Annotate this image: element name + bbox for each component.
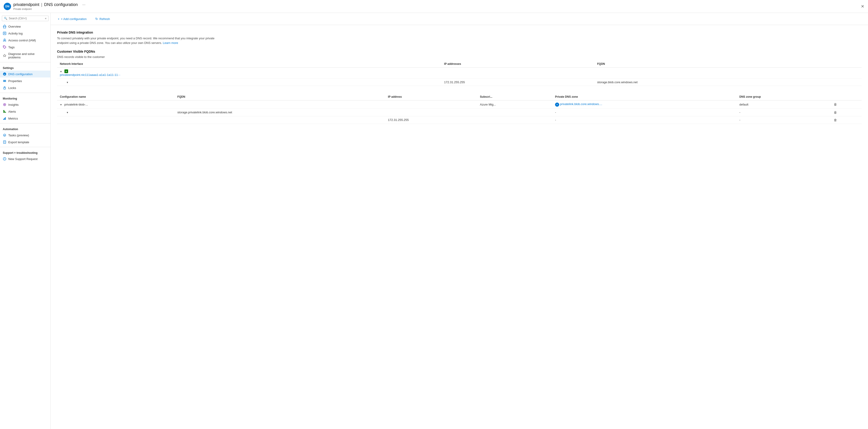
customer-fqdns-table: Network Interface IP addresses FQDN ▼ N [57,61,862,86]
sidebar-item-dns-configuration[interactable]: D DNS configuration [0,71,51,77]
sidebar-item-metrics[interactable]: Metrics [0,115,51,122]
nic-fqdn-parent [594,68,862,78]
content-body: Private DNS integration To connect priva… [51,25,868,129]
private-dns-title: Private DNS integration [57,31,862,34]
sidebar-item-overview[interactable]: Overview [0,23,51,30]
monitoring-section-label: Monitoring [0,94,51,101]
customer-fqdns-subtitle: DNS records visible to the customer [57,55,862,59]
svg-rect-0 [3,27,6,28]
config-subscription-grandchild [477,116,552,124]
search-input[interactable] [9,17,43,20]
col-dns-zone-group: DNS zone group [737,93,831,100]
content-area: + + Add configuration ↻ Refresh Private … [51,13,868,429]
config-name-parent: ▼ privatelink-blob-... [57,100,175,109]
sidebar-label-metrics: Metrics [8,117,18,120]
sidebar-item-tasks[interactable]: Tasks (preview) [0,132,51,139]
sidebar-label-locks: Locks [8,86,16,90]
table-row: ▼ storage.privatelink.blob.core.windows.… [57,108,862,116]
avatar: DN [4,3,11,10]
sidebar-item-tags[interactable]: Tags [0,44,51,51]
nic-ip-parent [441,68,594,78]
table-row[interactable]: ▼ privatelink-blob-... Azure Mig... ● pr… [57,100,862,109]
svg-point-23 [3,134,6,136]
close-button[interactable]: ✕ [861,4,864,9]
private-dns-description: To connect privately with your private e… [57,36,223,45]
search-box[interactable]: 🔍 « [2,15,49,21]
sidebar-item-export-template[interactable]: Export template [0,139,51,145]
settings-section-label: Settings [0,64,51,71]
config-table-section: Configuration name FQDN IP address Subsc… [57,93,862,124]
sidebar-item-alerts[interactable]: Alerts [0,108,51,115]
config-ip-parent [385,100,477,109]
nic-parent-cell: ▼ N privateendpoint.nic111aaaa1-a1a1-1a1… [57,68,441,78]
table-row[interactable]: ▼ N privateendpoint.nic111aaaa1-a1a1-1a1… [57,68,862,78]
more-options-button[interactable]: ··· [82,3,85,7]
delete-icon[interactable]: 🗑 [834,118,837,122]
config-delete-parent[interactable]: 🗑 [831,100,862,109]
svg-rect-17 [3,112,6,113]
add-configuration-button[interactable]: + + Add configuration [55,16,89,22]
sidebar-label-overview: Overview [8,25,21,28]
search-icon: 🔍 [4,17,7,20]
config-private-dns-grandchild: - [552,116,737,124]
new-support-icon [3,157,6,161]
svg-rect-20 [3,119,4,120]
nic-resource-icon: N [64,69,68,73]
config-name-child: ▼ [57,108,175,116]
learn-more-link[interactable]: Learn more [163,41,178,44]
delete-icon[interactable]: 🗑 [834,103,837,106]
config-delete-grandchild[interactable]: 🗑 [831,116,862,124]
tags-icon [3,45,6,49]
svg-rect-18 [3,111,5,112]
refresh-label: Refresh [99,17,110,21]
svg-point-4 [4,39,5,40]
refresh-button[interactable]: ↻ Refresh [93,15,113,22]
private-dns-icon: ● [555,103,559,107]
svg-rect-24 [3,141,6,143]
sidebar-item-new-support[interactable]: New Support Request [0,156,51,162]
sidebar-divider-4 [0,147,51,147]
nic-fqdn-child: storage.blob.core.windows.net [594,78,862,86]
table-row: ▼ 172.31.255.255 storage.blob.core.windo… [57,78,862,86]
access-control-icon [3,38,6,42]
config-dns-group-parent: default [737,100,831,109]
col-fqdn: FQDN [175,93,385,100]
main-layout: 🔍 « Overview Activity log Access control… [0,13,868,429]
sidebar-divider-2 [0,93,51,93]
config-subscription-parent: Azure Mig... [477,100,552,109]
toolbar: + + Add configuration ↻ Refresh [51,13,868,25]
properties-icon [3,79,6,83]
svg-rect-11 [3,80,6,80]
private-dns-link[interactable]: privatelink.blob.core.windows.... [560,102,602,106]
svg-text:D: D [4,73,5,75]
config-delete-child[interactable]: 🗑 [831,108,862,116]
sidebar-item-activity-log[interactable]: Activity log [0,30,51,37]
col-ip-addresses: IP addresses [441,61,594,68]
customer-fqdns-section: Customer Visible FQDNs DNS records visib… [57,50,862,86]
sidebar-item-properties[interactable]: Properties [0,77,51,85]
table-row: 172.31.255.255 - - 🗑 [57,116,862,124]
sidebar-item-locks[interactable]: Locks [0,85,51,91]
svg-point-6 [5,40,6,41]
svg-point-29 [4,159,5,160]
sidebar-item-access-control[interactable]: Access control (IAM) [0,37,51,44]
svg-rect-19 [3,110,4,111]
overview-icon [3,25,6,28]
svg-rect-22 [5,117,6,120]
resource-name: privatendpoint [13,2,39,7]
delete-icon[interactable]: 🗑 [834,110,837,114]
config-table: Configuration name FQDN IP address Subsc… [57,93,862,124]
page-header: DN privatendpoint | DNS configuration ··… [0,0,868,13]
sidebar-item-diagnose[interactable]: Diagnose and solve problems [0,51,51,61]
sidebar-divider-3 [0,123,51,124]
metrics-icon [3,117,6,120]
automation-section-label: Automation [0,125,51,132]
svg-rect-14 [4,88,5,89]
sidebar-label-alerts: Alerts [8,110,16,113]
collapse-button[interactable]: « [45,17,46,20]
nic-link[interactable]: privateendpoint.nic111aaaa1-a1a1-1a11-11… [60,73,439,76]
col-fqdn: FQDN [594,61,862,68]
sidebar-item-insights[interactable]: Insights [0,101,51,108]
sidebar-label-tasks: Tasks (preview) [8,134,29,137]
add-icon: + [58,17,60,21]
